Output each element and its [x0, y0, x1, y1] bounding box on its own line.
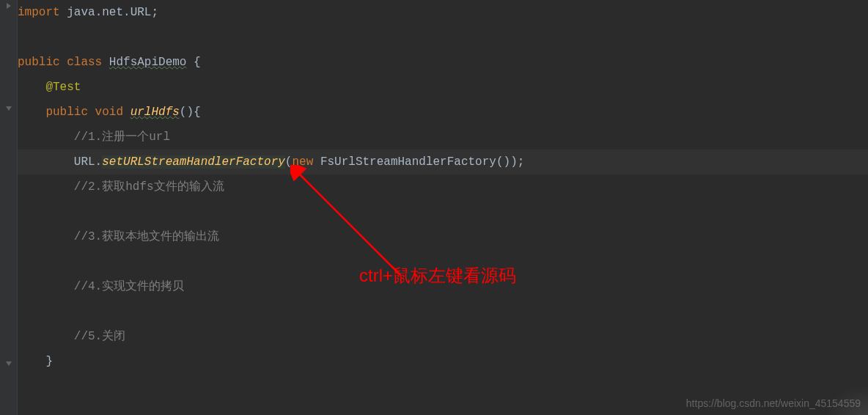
parens: (){ — [180, 106, 201, 119]
gutter — [0, 0, 18, 415]
code-line-empty[interactable] — [18, 299, 868, 324]
comment: //2.获取hdfs文件的输入流 — [74, 180, 224, 194]
code-line[interactable]: public void urlHdfs(){ — [18, 100, 868, 125]
collapse-icon[interactable] — [4, 359, 13, 368]
code-editor[interactable]: import java.net.URL; public class HdfsAp… — [0, 0, 868, 415]
code-line[interactable]: } — [18, 349, 868, 374]
class-ref: URL. — [74, 155, 102, 169]
annotation: @Test — [45, 81, 81, 94]
comment: //4.实现文件的拷贝 — [74, 280, 184, 293]
code-token — [60, 6, 67, 19]
brace: { — [186, 56, 200, 69]
code-line[interactable]: import java.net.URL; — [18, 0, 868, 25]
brace: } — [45, 355, 53, 368]
indent — [18, 280, 74, 293]
indent — [18, 230, 74, 243]
indent — [18, 106, 45, 119]
comment: //5.关闭 — [74, 330, 125, 343]
keyword-new: new — [292, 155, 320, 169]
indent — [18, 355, 45, 368]
keyword-import: import — [18, 6, 60, 19]
collapse-icon[interactable] — [4, 104, 13, 113]
static-method-call[interactable]: setURLStreamHandlerFactory — [102, 155, 285, 169]
watermark: https://blog.csdn.net/weixin_45154559 — [686, 397, 861, 409]
code-line[interactable]: public class HdfsApiDemo { — [18, 50, 868, 75]
code-line[interactable]: @Test — [18, 75, 868, 100]
comment: //3.获取本地文件的输出流 — [74, 230, 219, 243]
keyword-method: public void — [45, 106, 130, 119]
package-name: java.net.URL — [67, 6, 151, 19]
code-line[interactable]: //5.关闭 — [18, 324, 868, 349]
keyword-class: public class — [18, 56, 109, 69]
paren: ()); — [496, 155, 524, 169]
expand-icon[interactable] — [4, 1, 13, 10]
indent — [18, 180, 74, 194]
code-line[interactable]: //3.获取本地文件的输出流 — [18, 224, 868, 249]
code-area[interactable]: import java.net.URL; public class HdfsAp… — [18, 0, 868, 374]
indent — [18, 330, 74, 343]
code-line-empty[interactable] — [18, 199, 868, 224]
annotation-text: ctrl+鼠标左键看源码 — [359, 264, 516, 287]
class-ref: FsUrlStreamHandlerFactory — [320, 155, 496, 169]
semicolon: ; — [151, 6, 158, 19]
code-line-empty[interactable] — [18, 25, 868, 50]
comment: //1.注册一个url — [74, 131, 170, 144]
method-name: urlHdfs — [130, 106, 180, 119]
class-name: HdfsApiDemo — [109, 56, 187, 69]
code-line-highlighted[interactable]: URL.setURLStreamHandlerFactory(new FsUrl… — [18, 150, 868, 175]
indent — [18, 155, 74, 169]
indent — [18, 81, 45, 94]
code-line[interactable]: //2.获取hdfs文件的输入流 — [18, 175, 868, 199]
code-line[interactable]: //1.注册一个url — [18, 125, 868, 150]
indent — [18, 131, 74, 144]
